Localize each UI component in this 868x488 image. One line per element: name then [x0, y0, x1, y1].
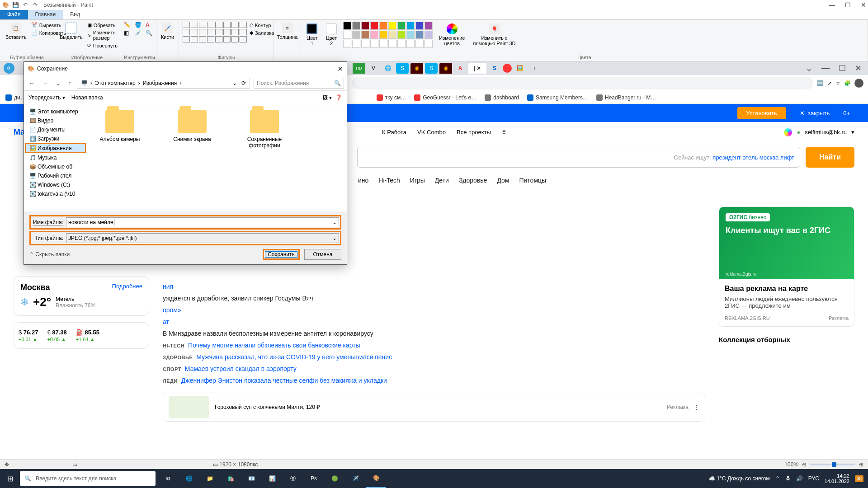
zoom-out-icon[interactable]: ⊖: [802, 461, 807, 468]
clock[interactable]: 14:22 14.01.2022: [825, 473, 849, 484]
cancel-button[interactable]: Отмена: [304, 249, 341, 260]
tree-node[interactable]: 🖥️Этот компьютер: [25, 107, 86, 116]
bookmark[interactable]: Samsung Members…: [527, 94, 588, 101]
recipe-card[interactable]: Гороховый суп с копчеными Милти, 120 ₽ Р…: [163, 393, 705, 422]
save-button[interactable]: Сохранить: [263, 249, 300, 260]
tree-node[interactable]: 💽tokareva.a (\\10: [25, 189, 86, 198]
eraser-icon[interactable]: ◧: [124, 30, 133, 36]
folder-item[interactable]: Альбом камеры: [93, 110, 147, 142]
dialog-close-icon[interactable]: ✕: [337, 65, 343, 73]
tree-node[interactable]: 💽Windows (C:): [25, 180, 86, 189]
color1-button[interactable]: Цвет 1: [305, 23, 320, 47]
organize-button[interactable]: Упорядочить ▾: [28, 94, 65, 101]
browser-tab[interactable]: S: [425, 63, 438, 74]
nav-item[interactable]: ино: [358, 177, 368, 184]
color-swatch[interactable]: [352, 31, 360, 39]
browser-tab[interactable]: A: [454, 63, 467, 74]
fill-button[interactable]: ◆Заливка: [249, 29, 275, 36]
fill-icon[interactable]: 🪣: [135, 22, 144, 28]
zoom-slider[interactable]: [810, 464, 855, 465]
news-item[interactable]: В Минздраве назвали бесполезным измерени…: [163, 328, 705, 339]
apps-icon[interactable]: ⠿: [502, 129, 506, 136]
browser-tab[interactable]: HD: [353, 63, 365, 74]
weather-tray[interactable]: ☁️ 1°C Дождь со снегом: [708, 475, 770, 482]
search-hint-link[interactable]: президент отель москва лифт: [712, 154, 794, 161]
color-swatch[interactable]: [397, 22, 406, 30]
text-icon[interactable]: A: [146, 22, 155, 28]
start-button[interactable]: ⊞: [0, 469, 20, 488]
help-icon[interactable]: ❓: [335, 94, 342, 101]
weather-card[interactable]: Подробнее Москва ❄ +2° Метель Влажность …: [14, 276, 149, 316]
tab-home[interactable]: Главная: [28, 10, 63, 19]
zoom-in-icon[interactable]: ⊕: [859, 461, 863, 468]
folder-item[interactable]: Снимки экрана: [165, 110, 219, 142]
ad-card[interactable]: О2ГИС бизнес Клиенты ищут вас в 2ГИС rek…: [719, 206, 854, 327]
color-swatch[interactable]: [388, 22, 396, 30]
color-swatch[interactable]: [388, 31, 396, 39]
color-swatch[interactable]: [425, 31, 433, 39]
store-icon[interactable]: 🛍️: [221, 469, 241, 488]
stock-item[interactable]: ⛽ 85.55+1.64 ▲: [76, 329, 99, 342]
color-swatch[interactable]: [343, 40, 351, 48]
outline-button[interactable]: ◇Контур: [249, 22, 275, 28]
close-icon[interactable]: ✕: [861, 1, 866, 9]
avatar[interactable]: [854, 79, 863, 88]
topnav-item[interactable]: К Работа: [382, 129, 406, 136]
view-icon[interactable]: 🖼 ▾: [322, 94, 332, 101]
save-icon[interactable]: 💾: [12, 1, 19, 9]
color-swatch[interactable]: [415, 40, 424, 48]
forward-icon[interactable]: →: [40, 80, 50, 87]
notifications-icon[interactable]: 38: [855, 475, 863, 482]
crop-button[interactable]: ▣Обрезать: [86, 22, 118, 28]
rotate-button[interactable]: ⟳Повернуть: [86, 42, 118, 49]
filename-input[interactable]: новости на мейле⌄: [66, 217, 339, 227]
filetype-select[interactable]: JPEG (*.jpg;*.jpeg;*.jpe;*.jfif)⌄: [66, 233, 339, 243]
color-swatch[interactable]: [370, 31, 378, 39]
news-item[interactable]: ат: [163, 316, 705, 328]
browser-tab[interactable]: V: [367, 63, 380, 74]
network-icon[interactable]: 🖧: [785, 475, 791, 482]
color-swatch[interactable]: [352, 40, 360, 48]
star-icon[interactable]: ☆: [835, 80, 840, 86]
shapes-gallery[interactable]: [183, 22, 247, 42]
url-input[interactable]: [352, 77, 813, 89]
explorer-icon[interactable]: 📁: [200, 469, 220, 488]
color2-button[interactable]: Цвет 2: [324, 23, 339, 47]
tree-node[interactable]: 📦Объемные об: [25, 162, 86, 171]
color-swatch[interactable]: [388, 40, 396, 48]
tree-node[interactable]: 📄Документы: [25, 125, 86, 134]
color-swatch[interactable]: [361, 40, 369, 48]
search-button[interactable]: Найти: [806, 147, 854, 168]
color-swatch[interactable]: [406, 31, 415, 39]
weather-more[interactable]: Подробнее: [112, 283, 142, 290]
photoshop-icon[interactable]: Ps: [304, 469, 324, 488]
bookmark[interactable]: GeoGuessr - Let's e…: [414, 94, 476, 101]
extensions-icon[interactable]: 🧩: [844, 80, 851, 86]
color-swatch[interactable]: [343, 22, 351, 30]
close-icon[interactable]: ✕: [855, 63, 862, 73]
news-item[interactable]: СПОРТМамаев устроил скандал в аэропорту: [163, 363, 705, 375]
install-button[interactable]: Установить: [737, 107, 786, 119]
color-swatch[interactable]: [425, 22, 433, 30]
minimize-icon[interactable]: —: [829, 1, 835, 9]
maximize-icon[interactable]: ☐: [839, 63, 846, 73]
color-swatch[interactable]: [397, 31, 406, 39]
picker-icon[interactable]: 💉: [135, 30, 144, 36]
news-item[interactable]: HI-TECHПочему многие начали обклеивать с…: [163, 339, 705, 351]
outlook-icon[interactable]: 📧: [241, 469, 261, 488]
folder-item[interactable]: Сохраненные фотографии: [237, 110, 292, 149]
bookmark[interactable]: ди…: [5, 94, 26, 101]
tray-chevron-up-icon[interactable]: ⌃: [775, 475, 780, 482]
news-item[interactable]: ором»: [163, 304, 705, 316]
search-input[interactable]: Сейчас ищут: президент отель москва лифт: [357, 147, 800, 168]
banner-close[interactable]: ✕ закрыть: [800, 110, 830, 117]
new-folder-button[interactable]: Новая папка: [71, 94, 103, 101]
color-swatch[interactable]: [361, 22, 369, 30]
breadcrumb[interactable]: 🖥️ › Этот компьютер › Изображения › ⌄ ⟳: [77, 78, 250, 89]
nav-item[interactable]: Дети: [435, 177, 449, 184]
color-palette[interactable]: [343, 22, 433, 48]
color-swatch[interactable]: [370, 22, 378, 30]
nav-item[interactable]: Hi-Tech: [378, 177, 400, 184]
ie-icon[interactable]: ⓔ: [283, 469, 303, 488]
user-email[interactable]: selfimius@bk.ru: [805, 129, 847, 136]
